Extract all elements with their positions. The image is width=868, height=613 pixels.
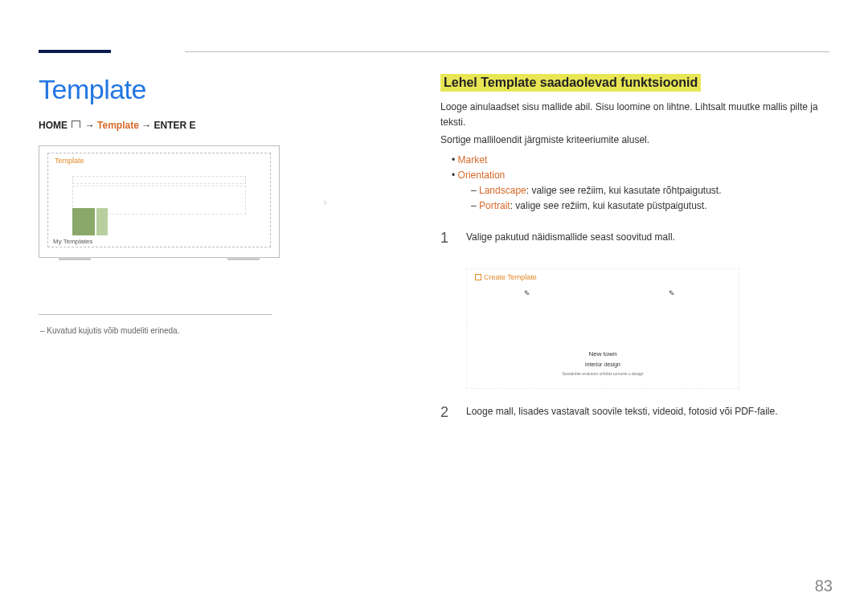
page-number: 83 [815, 577, 833, 595]
sub-landscape: Landscape: valige see režiim, kui kasuta… [471, 183, 829, 198]
create-template-icon [475, 274, 481, 280]
intro-paragraph-1: Looge ainulaadset sisu mallide abil. Sis… [440, 100, 829, 129]
header-divider [185, 51, 829, 52]
tv-thumbs [72, 208, 108, 235]
step-1-text: Valige pakutud näidismallide seast soovi… [466, 227, 675, 245]
breadcrumb-enter: ENTER E [154, 120, 196, 131]
tv-inner: Template My Templates [47, 153, 271, 247]
left-column: Template HOME → Template → ENTER E Templ… [39, 74, 280, 335]
tv-my-templates-label: My Templates [53, 238, 92, 245]
step-1: 1 Valige pakutud näidismallide seast soo… [440, 227, 829, 250]
right-heading-highlight: Lehel Template saadaolevad funktsioonid [440, 74, 701, 92]
tv-placeholder-row [72, 176, 246, 184]
sub-portrait-label: Portrait [479, 200, 510, 211]
left-divider [39, 314, 272, 315]
step-2: 2 Looge mall, lisades vastavalt soovile … [440, 402, 829, 424]
sub-portrait: Portrait: valige see režiim, kui kasutat… [471, 198, 829, 214]
preview-caption-line3: Sustainble evolution unfolds tomorre u d… [467, 371, 739, 378]
page-content: Template HOME → Template → ENTER E Templ… [39, 74, 829, 613]
tv-stand [227, 257, 260, 260]
left-disclaimer-note: Kuvatud kujutis võib mudeliti erineda. [39, 326, 280, 335]
pin-icon: ✎ [669, 288, 675, 300]
breadcrumb-home: HOME [39, 120, 68, 131]
right-body: Looge ainulaadset sisu mallide abil. Sis… [440, 100, 829, 424]
preview-thumb: ✎ [491, 293, 563, 338]
preview-thumbs: ✎ ✎ [491, 293, 708, 338]
right-column: Lehel Template saadaolevad funktsioonid … [440, 74, 829, 424]
tv-stand [59, 257, 91, 260]
preview-caption: New town interior design Sustainble evol… [467, 349, 739, 377]
breadcrumb-template: Template [97, 120, 139, 131]
header-accent-rule [39, 50, 111, 53]
breadcrumb: HOME → Template → ENTER E [39, 120, 280, 131]
sub-landscape-text: : valige see režiim, kui kasutate rõhtpa… [526, 185, 722, 196]
preview-caption-line2: interior design [467, 361, 739, 370]
bullet-market: Market [452, 153, 829, 168]
chevron-right-icon: › [323, 195, 327, 208]
criteria-list: Market Orientation Landscape: valige see… [452, 153, 829, 215]
tv-thumb [96, 208, 108, 235]
pin-icon: ✎ [524, 288, 530, 300]
sub-landscape-label: Landscape [479, 185, 526, 196]
bullet-orientation: Orientation [452, 168, 829, 183]
intro-paragraph-2: Sortige malliloendit järgmiste kriteeriu… [440, 133, 829, 148]
step-1-number: 1 [440, 227, 452, 250]
tv-thumb [72, 208, 95, 235]
preview-thumb: ✎ [636, 293, 708, 338]
create-template-preview: Create Template ✎ ✎ New town interior de… [466, 268, 739, 389]
bullet-orientation-label: Orientation [458, 170, 506, 181]
create-template-label-text: Create Template [484, 273, 537, 281]
step-2-text: Looge mall, lisades vastavalt soovile te… [466, 402, 778, 419]
home-icon [72, 121, 80, 128]
bullet-market-label: Market [458, 154, 488, 166]
tv-template-label: Template [55, 157, 84, 165]
sub-portrait-text: : valige see režiim, kui kasutate püstpa… [510, 200, 707, 211]
section-title: Template [39, 74, 280, 105]
step-2-number: 2 [440, 402, 452, 424]
breadcrumb-arrow: → [85, 120, 97, 131]
tv-screenshot-frame: Template My Templates › [39, 145, 280, 258]
create-template-label: Create Template [475, 272, 537, 284]
preview-caption-line1: New town [467, 349, 739, 359]
breadcrumb-arrow: → [141, 120, 154, 131]
